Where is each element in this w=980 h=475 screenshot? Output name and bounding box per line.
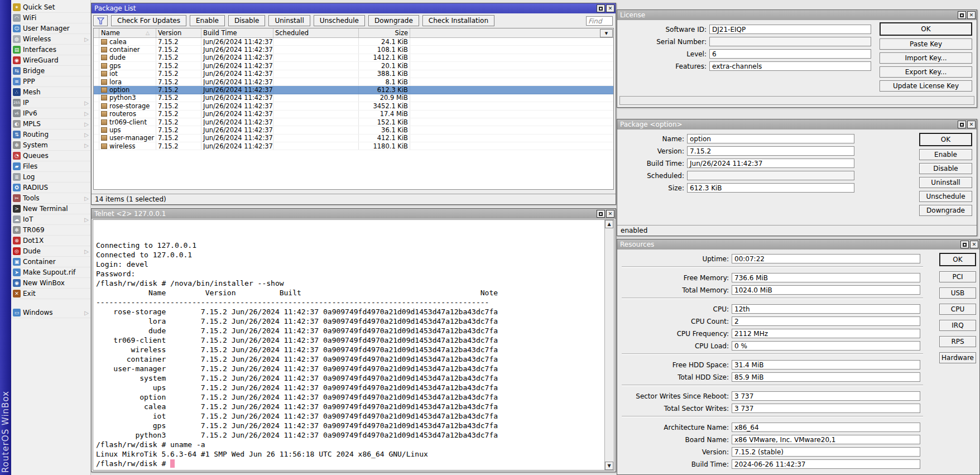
resources-titlebar[interactable]: Resources ✕	[617, 239, 979, 250]
sidebar-item-ppp[interactable]: ≡PPP	[11, 76, 90, 87]
resources-field-free-hdd-space[interactable]: 31.4 MiB	[732, 360, 920, 370]
table-row-container[interactable]: container7.15.2Jun/26/2024 11:42:37108.1…	[94, 46, 613, 54]
resources-field-cpu[interactable]: 12th	[732, 304, 920, 314]
resources-field-free-memory[interactable]: 736.6 MiB	[732, 273, 920, 282]
package-option-unschedule-button[interactable]: Unschedule	[919, 191, 972, 202]
resources-field-total-memory[interactable]: 1024.0 MiB	[732, 285, 920, 295]
sidebar-item-bridge[interactable]: ⇆Bridge	[11, 66, 90, 76]
table-row-ups[interactable]: ups7.15.2Jun/26/2024 11:42:3736.1 KiB	[94, 126, 613, 134]
resources-field-total-hdd-size[interactable]: 85.9 MiB	[732, 372, 920, 382]
maximize-button[interactable]	[960, 241, 969, 248]
table-row-routeros[interactable]: routeros7.15.2Jun/26/2024 11:42:3717.4 M…	[94, 111, 613, 118]
sidebar-item-radius[interactable]: ✪RADIUS	[11, 183, 90, 193]
table-row-iot[interactable]: iot7.15.2Jun/26/2024 11:42:37388.1 KiB	[94, 70, 613, 78]
resources-irq-button[interactable]: IRQ	[939, 320, 976, 331]
maximize-button[interactable]	[597, 4, 605, 12]
resources-field-cpu-load[interactable]: 0 %	[732, 341, 920, 351]
telnet-titlebar[interactable]: Telnet <2> 127.0.0.1 ✕	[92, 209, 616, 219]
check-installation-button[interactable]: Check Installation	[422, 15, 494, 26]
resources-field-cpu-count[interactable]: 2	[732, 316, 920, 326]
sidebar-item-ip[interactable]: 255IP▷	[11, 98, 90, 108]
downgrade-button[interactable]: Downgrade	[368, 15, 419, 26]
sidebar-item-mpls[interactable]: ◐MPLS▷	[11, 119, 90, 129]
resources-field-cpu-frequency[interactable]: 2112 MHz	[732, 329, 920, 338]
table-row-gps[interactable]: gps7.15.2Jun/26/2024 11:42:3720.1 KiB	[94, 62, 613, 70]
find-input[interactable]	[586, 16, 613, 26]
package-option-ok-button[interactable]: OK	[919, 133, 972, 146]
column-header-size[interactable]: Size	[359, 28, 410, 37]
license-field-software-id[interactable]: DJ21-EIQP	[709, 25, 871, 34]
resources-rps-button[interactable]: RPS	[939, 336, 976, 347]
resources-hardware-button[interactable]: Hardware	[939, 352, 976, 363]
sidebar-item-system[interactable]: ✻System▷	[11, 140, 90, 151]
column-header-name[interactable]: Name△	[99, 28, 156, 37]
sidebar-item-container[interactable]: ▣Container	[11, 257, 90, 267]
unschedule-button[interactable]: Unschedule	[314, 15, 365, 26]
column-header-build-time[interactable]: Build Time	[201, 28, 273, 37]
terminal-scrollbar[interactable]: ▲ ▼	[604, 220, 614, 470]
package-option-disable-button[interactable]: Disable	[919, 163, 972, 174]
resources-usb-button[interactable]: USB	[939, 287, 976, 299]
uninstall-button[interactable]: Uninstall	[268, 15, 310, 26]
license-ok-button[interactable]: OK	[880, 22, 972, 36]
sidebar-item-ipv6[interactable]: v6IPv6▷	[11, 108, 90, 119]
table-row-python3[interactable]: python37.15.2Jun/26/2024 11:42:3720.9 Mi…	[94, 94, 613, 102]
close-button[interactable]: ✕	[970, 241, 978, 248]
sidebar-item-new-terminal[interactable]: >New Terminal	[11, 204, 90, 214]
package-option-field-scheduled[interactable]	[687, 171, 854, 180]
scroll-up-button[interactable]: ▲	[605, 220, 613, 228]
resources-cpu-button[interactable]: CPU	[939, 304, 976, 315]
sidebar-item-wifi[interactable]: ◠WiFi	[11, 13, 90, 23]
table-row-dude[interactable]: dude7.15.2Jun/26/2024 11:42:371412.1 KiB	[94, 54, 613, 62]
column-header-scheduled[interactable]: Scheduled	[273, 28, 359, 37]
maximize-button[interactable]	[958, 11, 966, 19]
sidebar-item-queues[interactable]: ◔Queues	[11, 151, 90, 161]
table-row-calea[interactable]: calea7.15.2Jun/26/2024 11:42:3724.1 KiB	[94, 38, 613, 46]
resources-field-sector-writes-since-reboot[interactable]: 3 737	[732, 391, 920, 401]
table-row-wireless[interactable]: wireless7.15.2Jun/26/2024 11:42:371180.1…	[94, 142, 613, 150]
sidebar-item-wireless[interactable]: ◍Wireless▷	[11, 34, 90, 45]
sidebar-item-files[interactable]: ▰Files	[11, 161, 90, 172]
license-titlebar[interactable]: License ✕	[617, 10, 977, 20]
filter-button[interactable]	[93, 15, 108, 26]
license-export-key-button[interactable]: Export Key...	[880, 66, 972, 78]
table-row-rose-storage[interactable]: rose-storage7.15.2Jun/26/2024 11:42:3734…	[94, 102, 613, 110]
close-button[interactable]: ✕	[967, 11, 976, 19]
package-option-enable-button[interactable]: Enable	[919, 149, 972, 160]
column-select-button[interactable]: ▼	[600, 29, 613, 37]
resources-field-version[interactable]: 7.15.2 (stable)	[732, 447, 920, 457]
package-option-field-size[interactable]: 612.3 KiB	[687, 183, 854, 193]
table-row-user-manager[interactable]: user-manager7.15.2Jun/26/2024 11:42:3741…	[94, 135, 613, 142]
resources-field-build-time[interactable]: 2024-06-26 11:42:37	[732, 459, 920, 469]
sidebar-item-tools[interactable]: ✂Tools▷	[11, 193, 90, 204]
sidebar-item-quick-set[interactable]: ✶Quick Set	[11, 2, 90, 13]
column-header-version[interactable]: Version	[156, 28, 201, 37]
sidebar-item-tr069[interactable]: ✻TR069	[11, 225, 90, 236]
package-list-titlebar[interactable]: Package List ✕	[92, 3, 616, 13]
license-import-key-button[interactable]: Import Key...	[880, 52, 972, 64]
maximize-button[interactable]	[597, 210, 605, 218]
close-button[interactable]: ✕	[606, 210, 614, 218]
package-option-field-build-time[interactable]: Jun/26/2024 11:42:37	[687, 159, 854, 168]
sidebar-item-make-supout-rif[interactable]: ➤Make Supout.rif	[11, 267, 90, 278]
resources-ok-button[interactable]: OK	[939, 253, 976, 266]
resources-pci-button[interactable]: PCI	[939, 271, 976, 282]
resources-field-architecture-name[interactable]: x86_64	[732, 423, 920, 432]
package-option-titlebar[interactable]: Package <option> ✕	[617, 119, 977, 129]
sidebar-item-dot1x[interactable]: ⊗Dot1X	[11, 236, 90, 246]
license-field-features[interactable]: extra-channels	[709, 61, 871, 71]
sidebar-item-iot[interactable]: ☁IoT▷	[11, 214, 90, 225]
terminal-output[interactable]: Connecting to 127.0.0.1Connected to 127.…	[96, 222, 603, 469]
package-option-field-name[interactable]: option	[687, 134, 854, 143]
sidebar-item-windows[interactable]: ▭Windows▷	[11, 308, 90, 318]
sidebar-item-mesh[interactable]: ∴Mesh	[11, 87, 90, 98]
sidebar-item-interfaces[interactable]: ▤Interfaces	[11, 45, 90, 55]
package-option-downgrade-button[interactable]: Downgrade	[919, 205, 972, 216]
disable-button[interactable]: Disable	[228, 15, 266, 26]
license-paste-key-button[interactable]: Paste Key	[880, 39, 972, 50]
maximize-button[interactable]	[958, 121, 966, 128]
check-for-updates-button[interactable]: Check For Updates	[111, 15, 186, 26]
license-update-license-key-button[interactable]: Update License Key	[880, 80, 972, 92]
table-row-tr069-client[interactable]: tr069-client7.15.2Jun/26/2024 11:42:3715…	[94, 118, 613, 126]
resources-field-board-name[interactable]: x86 VMware, Inc. VMware20,1	[732, 435, 920, 444]
